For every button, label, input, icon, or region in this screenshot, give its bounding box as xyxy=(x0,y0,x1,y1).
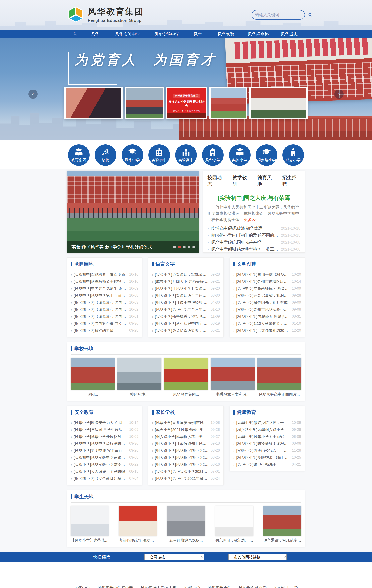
list-item[interactable]: [桐乡路小学]内塑修养 外塑形象 做魅...08-31 xyxy=(233,313,301,320)
news-tab[interactable]: 校园动态 xyxy=(207,175,226,187)
quick-icon-fenghua-primary[interactable]: 风华小学 xyxy=(201,144,225,166)
site-logo[interactable]: 风华教育集团 Fenghua Education Group xyxy=(67,6,144,23)
photo-thumbnail[interactable] xyxy=(119,506,157,536)
list-item[interactable]: [桐乡路小学]普通话诵百年伟业 规范...08-30 xyxy=(152,292,220,299)
list-item[interactable]: [风华中学]立高尚师德 守教育初心10-09 xyxy=(233,285,301,292)
search-box[interactable] xyxy=(251,10,305,20)
list-item[interactable]: [风华小学]【风华小学】普通话诵百...09-20 xyxy=(152,285,220,292)
footer-school-link[interactable]: 风华实验中学初中部 xyxy=(97,585,134,588)
city-links-select[interactable]: ==市其他网站链接== xyxy=(228,554,287,560)
list-item[interactable]: [风华中学]风华中学举行消防应急疏...09-30 xyxy=(71,440,138,447)
list-item[interactable]: [桐乡路小学]【请党放心 强国有我】...10-01 xyxy=(71,313,138,320)
environment-photo-item[interactable]: 夕阳... xyxy=(71,358,115,397)
photo-thumbnail[interactable] xyxy=(117,358,161,390)
photo-thumbnail[interactable] xyxy=(71,358,115,390)
footer-school-link[interactable]: 风华实验小学 xyxy=(207,585,231,588)
nav-item[interactable]: 风华桐乡路小学 xyxy=(242,30,275,38)
quick-icon-education-group[interactable]: 教育集团 xyxy=(67,144,91,166)
list-item[interactable]: [桐乡路小学]防疫提醒！请您接收一...08-06 xyxy=(233,440,301,447)
news-list-item[interactable]: [风华中学]勿忘国耻 振兴中华2021-10-08 xyxy=(207,239,300,246)
carousel-thumb[interactable] xyxy=(209,87,247,119)
list-item[interactable]: [风华中学]风华中学第十五届校园文...10-08 xyxy=(71,292,138,299)
list-item[interactable]: [成志小学]月圆天下 共画美好 风华成...09-21 xyxy=(152,278,220,285)
quick-icon-fenghua-middle[interactable]: 风华中学 xyxy=(121,144,144,166)
slider-dot[interactable] xyxy=(192,246,195,248)
list-item[interactable]: [成志小学]2021风华成志小学国庆假...09-28 xyxy=(152,426,220,433)
news-more-link[interactable]: 更多>> xyxy=(244,218,256,222)
list-item[interactable]: [实验小学]人人识诈，全民防骗08-15 xyxy=(71,468,138,475)
list-item[interactable]: [桐乡路小学]看那一抹【桐乡红】！...10-20 xyxy=(233,271,301,278)
nav-item[interactable]: 风华实验小学 xyxy=(212,30,242,38)
list-item[interactable]: [风华小学]1.10人民警察节，向守护...01-10 xyxy=(233,320,301,327)
nav-item[interactable]: 风华中学 xyxy=(85,30,109,38)
news-tab[interactable]: 德育天地 xyxy=(257,175,276,187)
photo-thumbnail[interactable] xyxy=(257,358,301,390)
footer-school-link[interactable]: 风华实验中学高中部 xyxy=(141,585,177,588)
list-item[interactable]: [桐乡路小学]风华桐乡路小学召开学...09-28 xyxy=(233,426,301,433)
news-headline[interactable]: [实验初中]国之大庆,与有荣焉 xyxy=(207,194,300,202)
footer-school-link[interactable]: 风华桐乡路小学 xyxy=(238,585,267,588)
news-list-item[interactable]: [风华中学]师徒结对共育桃李 青蓝工程;薪火相传2021-10-08 xyxy=(207,246,300,253)
list-item[interactable]: [风华小学]暑你闪亮，期月有成09-09 xyxy=(233,299,301,306)
list-item[interactable]: [风华中学]做好疫情防控，一刻不可...10-09 xyxy=(233,419,301,426)
news-tab[interactable]: 教学教研 xyxy=(232,175,250,187)
list-item[interactable]: [实验小学]风华实验小学防疫及食品...08-22 xyxy=(71,461,138,468)
photo-thumbnail[interactable] xyxy=(215,506,253,536)
photo-thumbnail[interactable] xyxy=(164,358,208,390)
list-item[interactable]: [桐乡路小学]亳州市谯城区庆祝少先...10-14 xyxy=(233,278,301,285)
environment-photo-item[interactable]: 风华实验高中正面图片... xyxy=(257,358,301,397)
list-item[interactable]: [桐乡路小学]风华桐乡路小学2021-...08-25 xyxy=(152,454,220,461)
list-item[interactable]: [风华中学]与法同行 学生普法教育10-09 xyxy=(71,426,138,433)
photo-thumbnail[interactable] xyxy=(263,506,301,536)
photo-thumbnail[interactable] xyxy=(211,358,255,390)
nav-item[interactable]: 首页 xyxy=(67,30,85,38)
list-item[interactable]: [实验小学]翰墨飘香，神采飞扬;风华...11-09 xyxy=(152,313,220,320)
slider-dot[interactable] xyxy=(178,246,181,248)
student-photo-item[interactable]: 说普通话，写规范字-... xyxy=(263,506,301,543)
slider-dot[interactable] xyxy=(173,246,176,248)
news-photo-slider[interactable]: [实验初中]风华实验中学尊师守礼升旗仪式 xyxy=(67,171,199,253)
list-item[interactable]: [实验小学]力拔山兮气盖世，拔河比...11-28 xyxy=(233,447,301,454)
list-item[interactable]: [风华小学]风华小学关于新冠疫情防...08-08 xyxy=(233,433,301,440)
quick-icon-experimental-senior[interactable]: 实验高中 xyxy=(174,144,198,166)
news-list-item[interactable]: [桐乡路小学]相【桐】的爱 给不同的你-风华桐乡路...2021-10-15 xyxy=(207,232,300,239)
list-item[interactable]: [风华小学]讲卫生勤洗手04-21 xyxy=(233,461,301,468)
quick-icon-tongxiang-road-primary[interactable]: 桐乡路小学 xyxy=(255,144,278,166)
list-item[interactable]: [桐乡路小学]与国旗合影 向党旗告白...09-30 xyxy=(71,320,138,327)
list-item[interactable]: [风华中学]中国共产党诞生 论一个党...10-09 xyxy=(71,285,138,292)
list-item[interactable]: [桐乡路小学]精神的力量09-28 xyxy=(71,327,138,334)
slider-dot[interactable] xyxy=(183,246,186,248)
list-item[interactable]: [实验小学]风华实验小学2021年暑期...07-01 xyxy=(152,468,220,475)
list-item[interactable]: [风华小学]喜迎国庆|亳州市风华小学...10-08 xyxy=(152,419,220,426)
environment-photo-item[interactable]: 风华教育集团... xyxy=(164,358,208,397)
list-item[interactable]: [桐乡路小学]【红领巾相约2035、同...12-20 xyxy=(233,327,301,334)
list-item[interactable]: [风华小学]风华小学2021年暑期致家...06-24 xyxy=(152,475,220,482)
student-photo-item[interactable]: 勿忘国耻，铭记九一八... xyxy=(215,506,253,543)
student-photo-item[interactable]: 【风华小学】这些花儿... xyxy=(71,506,109,543)
official-links-select[interactable]: ==官网链接== xyxy=(145,554,204,560)
nav-item[interactable]: 风华成志小学 xyxy=(275,30,305,38)
list-item[interactable]: [风华小学]风华小学二至六年级古诗...01-10 xyxy=(152,306,220,313)
quick-icon-headquarters[interactable]: ☭ 总校 xyxy=(94,144,117,166)
carousel-thumb[interactable] xyxy=(249,87,308,119)
slider-caption[interactable]: [实验初中]风华实验中学尊师守礼升旗仪式 xyxy=(71,244,152,250)
news-tab[interactable]: 招生招聘 xyxy=(282,175,300,187)
list-item[interactable]: [实验初中]风华实验中学宿管人员消...09-08 xyxy=(71,454,138,461)
footer-school-link[interactable]: 风华小学 xyxy=(184,585,200,588)
search-icon[interactable] xyxy=(308,13,312,17)
carousel-prev-icon[interactable]: ‹ xyxy=(28,90,38,99)
footer-school-link[interactable]: 风华中学 xyxy=(74,585,90,588)
list-item[interactable]: [桐乡路小学]风华桐乡路小学2021年...08-16 xyxy=(152,461,220,468)
list-item[interactable]: [风华中学]风华中学开展反对校园欺...10-09 xyxy=(71,433,138,440)
list-item[interactable]: [桐乡路小学]【放假通知】风华桐乡...09-18 xyxy=(152,440,220,447)
list-item[interactable]: [桐乡路小学]风华桐乡路小学2021-...08-26 xyxy=(152,447,220,454)
list-item[interactable]: [实验小学]说普通话，写规范字-202...09-28 xyxy=(152,271,220,278)
footer-school-link[interactable]: 风华成志小学 xyxy=(274,585,298,588)
student-photo-item[interactable]: 五星红旗迎风飘扬... xyxy=(167,506,205,543)
list-item[interactable]: [实验初中]军姿飒爽，青春飞扬10-10 xyxy=(71,271,138,278)
list-item[interactable]: [桐乡路小学]【安全教育】暑期安全...07-04 xyxy=(71,475,138,482)
list-item[interactable]: [风华小学]文明交通 安全童行09-26 xyxy=(71,447,138,454)
search-input[interactable] xyxy=(255,13,308,17)
list-item[interactable]: [桐乡路小学]【传承中华经典 献礼建...04-30 xyxy=(152,299,220,306)
list-item[interactable]: [桐乡路小学]从小写好中国字 长大做...08-19 xyxy=(152,320,220,327)
